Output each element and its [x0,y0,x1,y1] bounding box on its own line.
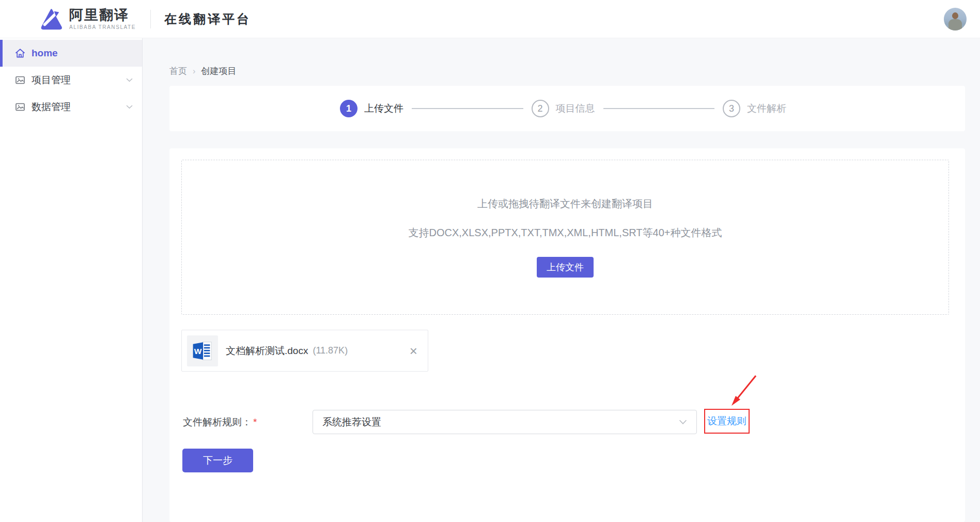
sidebar-item-home[interactable]: home [0,40,142,67]
select-chevron-down-icon [679,420,687,425]
parse-rule-select[interactable]: 系统推荐设置 [313,410,697,434]
step-2-label: 项目信息 [556,102,595,115]
breadcrumb-separator-icon: › [193,67,195,76]
file-size: (11.87K) [313,345,348,356]
sidebar-item-project-management[interactable]: 项目管理 [0,67,142,94]
home-icon [14,48,26,59]
sidebar-item-label: home [32,48,58,59]
upload-file-button[interactable]: 上传文件 [537,257,594,278]
data-management-icon [14,101,26,113]
step-1-circle: 1 [340,100,357,117]
avatar-person-torso [948,19,962,30]
upload-instruction: 上传或拖拽待翻译文件来创建翻译项目 [477,197,653,211]
sidebar-nav: home 项目管理 数据管理 [0,38,143,522]
upload-supported-formats: 支持DOCX,XLSX,PPTX,TXT,TMX,XML,HTML,SRT等40… [409,226,722,240]
stepper-card: 1 上传文件 2 项目信息 3 文件解析 [169,86,965,131]
brand-logo[interactable]: 阿里翻译 ALIBABA TRANSLATE [39,7,136,31]
brand-title: 阿里翻译 [69,8,136,22]
step-3-circle: 3 [723,100,740,117]
user-avatar[interactable] [944,8,967,30]
svg-text:W: W [194,346,202,355]
chevron-down-icon [126,78,133,82]
brand-text: 阿里翻译 ALIBABA TRANSLATE [69,8,136,30]
breadcrumb: 首页 › 创建项目 [169,65,236,77]
step-2-circle: 2 [532,100,549,117]
file-name: 文档解析测试.docx [226,344,308,358]
header-divider [150,10,151,28]
step-connector [603,108,715,109]
parse-rule-label: 文件解析规则：* [183,416,257,429]
sidebar-item-label: 数据管理 [32,100,71,114]
platform-title: 在线翻译平台 [164,11,251,27]
create-project-card: 上传或拖拽待翻译文件来创建翻译项目 支持DOCX,XLSX,PPTX,TXT,T… [169,148,965,522]
step-1-label: 上传文件 [364,102,403,115]
breadcrumb-current: 创建项目 [201,65,236,77]
app-header: 阿里翻译 ALIBABA TRANSLATE 在线翻译平台 [0,0,980,38]
next-step-button[interactable]: 下一步 [182,449,253,472]
settings-link-highlight-box: 设置规则 [704,409,750,434]
sidebar-item-label: 项目管理 [32,73,71,87]
required-mark: * [253,417,257,427]
word-file-icon: W [187,335,218,366]
upload-dropzone[interactable]: 上传或拖拽待翻译文件来创建翻译项目 支持DOCX,XLSX,PPTX,TXT,T… [181,160,949,315]
step-3-label: 文件解析 [747,102,786,115]
stepper: 1 上传文件 2 项目信息 3 文件解析 [340,100,795,117]
brand-subtitle: ALIBABA TRANSLATE [69,24,136,30]
sidebar-item-data-management[interactable]: 数据管理 [0,94,142,120]
set-rules-link[interactable]: 设置规则 [707,414,746,428]
remove-file-icon[interactable]: × [410,344,417,358]
chevron-down-icon [126,105,133,109]
avatar-person-head [952,12,958,19]
parse-rule-label-text: 文件解析规则： [183,417,252,427]
step-connector [412,108,523,109]
breadcrumb-home[interactable]: 首页 [169,65,187,77]
uploaded-file-row: W 文档解析测试.docx (11.87K) × [181,330,428,372]
alibaba-translate-logo-icon [39,7,63,31]
project-management-icon [14,74,26,86]
parse-rule-selected-value: 系统推荐设置 [322,416,381,429]
annotation-arrow-icon [729,374,759,408]
